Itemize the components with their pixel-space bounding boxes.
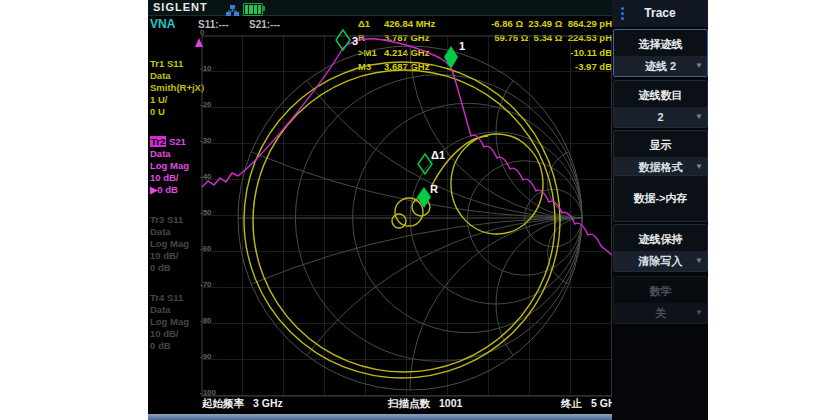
marker-1-label: 1	[459, 40, 465, 52]
rect-grid	[202, 36, 612, 396]
menu-trace-hold-button[interactable]: 迹线保持 清除写入▼	[613, 224, 708, 272]
menu-trace-count-button[interactable]: 迹线数目 2▼	[613, 80, 708, 128]
start-frequency: 起始频率3 GHz	[202, 397, 283, 411]
vna-screen: SIGLENT VNA S11:--- S21:--- Δ1426.84 MHz…	[148, 0, 708, 420]
menu-select-trace-button[interactable]: 选择迹线 迹线 2▼	[613, 29, 708, 77]
dropdown-arrow-icon: ▼	[695, 303, 703, 323]
menu-math-button-disabled[interactable]: 数学 关▼	[613, 276, 708, 324]
menu-display-button[interactable]: 显示 数据格式▼	[613, 130, 708, 178]
sweep-points: 扫描点数1001	[388, 397, 462, 411]
menu-data-to-memory-button[interactable]: 数据->内存	[613, 175, 708, 222]
dropdown-arrow-icon: ▼	[695, 157, 703, 177]
trace-menu: Trace 选择迹线 迹线 2▼ 迹线数目 2▼ 显示 数据格式▼ 数据->内存…	[612, 0, 708, 420]
menu-dots-icon	[621, 7, 624, 22]
dropdown-arrow-icon: ▼	[695, 107, 703, 127]
menu-header[interactable]: Trace	[612, 0, 708, 27]
canvas: { "header":{"brand":"SIGLENT","app_label…	[0, 0, 840, 420]
dropdown-arrow-icon: ▼	[695, 56, 703, 76]
marker-r-label: R	[430, 183, 438, 195]
dropdown-arrow-icon: ▼	[695, 251, 703, 271]
marker-delta1-label: Δ1	[431, 149, 445, 161]
marker-3-label: 3	[352, 35, 358, 47]
menu-title: Trace	[644, 6, 675, 20]
